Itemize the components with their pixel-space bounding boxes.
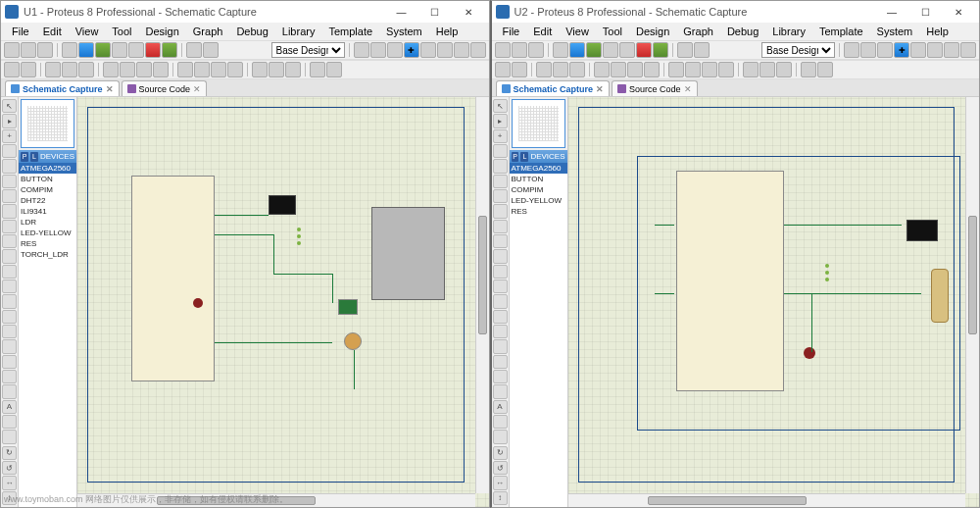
atmega2560-component[interactable] [676,171,784,391]
schematic-icon[interactable] [569,42,585,58]
tab-schematic[interactable]: Schematic Capture ✕ [5,80,120,96]
block-move-icon[interactable] [120,62,135,77]
devices-list[interactable]: ATMEGA2560 BUTTON COMPIM DHT22 ILI9341 L… [19,163,76,507]
menu-debug[interactable]: Debug [229,25,274,38]
overview-panel[interactable] [512,99,565,148]
decompose-icon[interactable] [718,62,734,77]
menu-design[interactable]: Design [139,25,186,38]
tape-mode-icon[interactable] [2,249,17,263]
menu-system[interactable]: System [379,25,429,38]
copy-icon[interactable] [553,62,568,77]
open-file-icon[interactable] [512,42,527,58]
tab-source[interactable]: Source Code ✕ [122,80,208,96]
cut-icon[interactable] [536,62,552,77]
close-button[interactable]: ✕ [942,2,975,22]
compim-component[interactable] [931,269,949,323]
decompose-icon[interactable] [227,62,243,77]
oled-component[interactable] [269,195,296,215]
vertical-scrollbar[interactable] [965,97,979,493]
bus-mode-icon[interactable] [493,175,508,188]
code-icon[interactable] [653,42,668,58]
horizontal-scrollbar[interactable] [568,493,966,507]
undo-icon[interactable] [495,62,511,77]
menu-debug[interactable]: Debug [720,25,765,38]
atmega2560-component[interactable] [131,176,215,381]
grid-icon[interactable] [354,42,369,58]
pick-icon[interactable] [177,62,193,77]
junction-mode-icon[interactable]: + [493,129,508,143]
device-item[interactable]: ATMEGA2560 [510,163,567,174]
3d-icon[interactable] [112,42,127,58]
library-button[interactable]: L [30,152,38,162]
arc-2d-icon[interactable] [2,370,17,383]
probe-v-icon[interactable] [2,279,17,293]
led-component[interactable] [825,264,829,268]
bom-icon[interactable] [636,42,652,58]
menu-template[interactable]: Template [321,25,379,38]
rotate-cw-icon[interactable]: ↻ [493,446,508,460]
block-delete-icon[interactable] [153,62,169,77]
led-component[interactable] [297,241,301,245]
pick-device-button[interactable]: P [512,152,519,162]
menu-library[interactable]: Library [275,25,322,38]
property-icon[interactable] [776,62,792,77]
menu-file[interactable]: File [496,25,527,38]
mirror-h-icon[interactable]: ↔ [493,476,508,489]
pcb-icon[interactable] [95,42,111,58]
area-icon[interactable] [203,42,219,58]
tab-close-icon[interactable]: ✕ [596,84,604,94]
instruments-icon[interactable] [2,310,17,324]
package-icon[interactable] [211,62,226,77]
redo-icon[interactable] [512,62,527,77]
wire-auto-icon[interactable] [252,62,268,77]
minimize-button[interactable]: — [875,2,908,22]
block-copy-icon[interactable] [594,62,610,77]
block-rotate-icon[interactable] [136,62,152,77]
mirror-v-icon[interactable]: ↕ [493,491,508,505]
path-2d-icon[interactable] [493,384,508,398]
dht22-component[interactable] [338,299,358,315]
component-mode-icon[interactable]: ▸ [2,114,17,127]
subcircuit-mode-icon[interactable] [2,189,17,203]
button-component[interactable] [193,298,203,308]
pick-device-button[interactable]: P [21,152,28,162]
area-icon[interactable] [694,42,710,58]
menu-edit[interactable]: Edit [526,25,559,38]
device-item[interactable]: BUTTON [510,174,567,184]
menu-help[interactable]: Help [919,25,956,38]
titlebar[interactable]: U1 - Proteus 8 Professional - Schematic … [1,1,489,23]
device-item[interactable]: ILI9341 [19,206,76,217]
pick-icon[interactable] [668,62,684,77]
line-2d-icon[interactable] [493,325,508,338]
device-item[interactable]: TORCH_LDR [19,249,76,260]
print-icon[interactable] [186,42,202,58]
select-mode-icon[interactable]: ↖ [2,99,17,113]
search-icon[interactable] [760,62,775,77]
zoom-area-icon[interactable] [960,42,976,58]
probe-i-icon[interactable] [493,294,508,308]
junction-mode-icon[interactable]: + [2,129,17,143]
tab-close-icon[interactable]: ✕ [684,84,692,94]
ili9341-component[interactable] [371,207,445,300]
text-mode-icon[interactable] [2,159,17,173]
home-icon[interactable] [553,42,568,58]
zoom-in-icon[interactable] [910,42,926,58]
rotate-ccw-icon[interactable]: ↺ [493,461,508,475]
torch-ldr-component[interactable] [344,332,362,350]
horizontal-scrollbar[interactable] [77,493,475,507]
label-mode-icon[interactable] [493,144,508,158]
devices-list[interactable]: ATMEGA2560 BUTTON COMPIM LED-YELLOW RES [510,163,567,507]
overview-panel[interactable] [21,99,74,148]
layers-icon[interactable] [860,42,876,58]
schematic-icon[interactable] [78,42,94,58]
redo-icon[interactable] [21,62,36,77]
probe-v-icon[interactable] [493,279,508,293]
package-icon[interactable] [702,62,717,77]
vertical-scrollbar[interactable] [475,97,489,493]
copy-icon[interactable] [62,62,77,77]
component-mode-icon[interactable]: ▸ [493,114,508,127]
terminal-mode-icon[interactable] [493,204,508,218]
generator-mode-icon[interactable] [2,265,17,279]
led-component[interactable] [825,278,829,281]
gerber-icon[interactable] [128,42,144,58]
